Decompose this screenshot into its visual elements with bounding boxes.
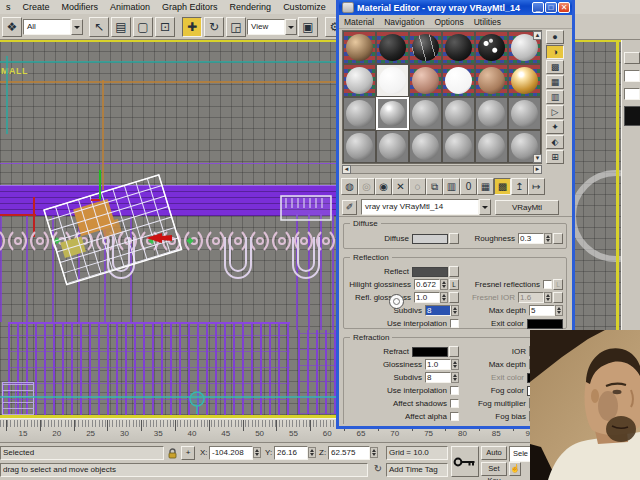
- menu-item[interactable]: Create: [17, 2, 56, 12]
- fresnel-ior-map-button[interactable]: [553, 292, 563, 303]
- reflect-color-swatch[interactable]: [412, 267, 448, 277]
- schematic-view-icon[interactable]: ❖: [2, 17, 22, 37]
- set-key-button[interactable]: Set Key: [481, 462, 507, 476]
- material-slot[interactable]: [409, 97, 442, 130]
- slot-scroll-up[interactable]: ▲: [533, 31, 542, 40]
- select-by-name-icon[interactable]: ▤: [111, 17, 131, 37]
- keyboard-shortcut-toggle[interactable]: ☝: [509, 462, 521, 476]
- menu-item[interactable]: Animation: [104, 2, 156, 12]
- refl-glossiness-map-button[interactable]: [449, 292, 459, 303]
- panel-button-partial[interactable]: [624, 52, 640, 64]
- refl-subdivs-spinner[interactable]: [451, 305, 459, 316]
- y-coord-field[interactable]: 26.16: [274, 446, 308, 460]
- refl-glossiness-field[interactable]: 1.0: [414, 292, 440, 303]
- material-editor-menu-item[interactable]: Navigation: [379, 17, 429, 27]
- refl-subdivs-field[interactable]: 8: [425, 305, 451, 316]
- material-slot[interactable]: [475, 97, 508, 130]
- show-map-viewport-icon[interactable]: ▦: [477, 178, 494, 195]
- dropdown-arrow-icon[interactable]: [479, 199, 491, 215]
- material-slot[interactable]: [409, 64, 442, 97]
- communication-icon[interactable]: ↻: [372, 463, 384, 476]
- show-end-result-icon[interactable]: ▩: [494, 178, 511, 195]
- z-coord-field[interactable]: 62.575: [328, 446, 370, 460]
- material-slot[interactable]: [475, 64, 508, 97]
- hilight-glossiness-spinner[interactable]: [440, 279, 448, 290]
- material-slot[interactable]: [343, 130, 376, 163]
- slot-scrollbar-horizontal[interactable]: [342, 165, 542, 174]
- put-to-library-icon[interactable]: ▥: [443, 178, 460, 195]
- selection-lock-icon[interactable]: [167, 448, 178, 459]
- get-material-icon[interactable]: ◍: [341, 178, 358, 195]
- pick-material-icon[interactable]: ✐: [342, 200, 357, 215]
- fresnel-ior-field[interactable]: 1.6: [518, 292, 544, 303]
- material-map-navigator-icon[interactable]: ⊞: [546, 150, 564, 164]
- refr-use-interpolation-checkbox[interactable]: [450, 386, 459, 395]
- x-coord-field[interactable]: -104.208: [209, 446, 253, 460]
- diffuse-color-swatch[interactable]: [412, 234, 448, 244]
- material-slot[interactable]: [475, 31, 508, 64]
- rectangular-region-icon[interactable]: ▢: [133, 17, 153, 37]
- assign-to-selection-icon[interactable]: ◉: [375, 178, 392, 195]
- slot-scroll-down[interactable]: ▼: [533, 154, 542, 163]
- material-slot[interactable]: [376, 130, 409, 163]
- material-slot[interactable]: [409, 130, 442, 163]
- y-coord-spinner[interactable]: [308, 447, 316, 458]
- material-slot[interactable]: [475, 130, 508, 163]
- auto-key-button[interactable]: Auto Key: [481, 446, 507, 460]
- refr-subdivs-spinner[interactable]: [451, 372, 459, 383]
- fresnel-lock-button[interactable]: L: [553, 279, 563, 290]
- material-editor-menu-item[interactable]: Options: [429, 17, 468, 27]
- roughness-spinner[interactable]: [544, 233, 552, 244]
- roughness-map-button[interactable]: [553, 233, 563, 244]
- material-editor-menu-item[interactable]: Material: [339, 17, 379, 27]
- put-to-scene-icon[interactable]: ◎: [358, 178, 375, 195]
- maximize-button[interactable]: □: [545, 2, 557, 13]
- material-slot[interactable]: [442, 130, 475, 163]
- material-slot[interactable]: [376, 31, 409, 64]
- diffuse-map-button[interactable]: [449, 233, 459, 244]
- slot-scroll-left[interactable]: ◄: [342, 165, 351, 174]
- fresnel-reflections-checkbox[interactable]: [543, 280, 552, 289]
- select-move-icon[interactable]: ✚: [182, 17, 202, 37]
- panel-field-partial[interactable]: [624, 88, 640, 100]
- dropdown-arrow-icon[interactable]: [71, 19, 83, 35]
- window-crossing-icon[interactable]: ⊡: [155, 17, 175, 37]
- make-unique-icon[interactable]: ⧉: [426, 178, 443, 195]
- refract-color-swatch[interactable]: [412, 347, 448, 357]
- material-id-icon[interactable]: 0: [460, 178, 477, 195]
- menu-item[interactable]: Rendering: [224, 2, 278, 12]
- slot-scroll-right[interactable]: ►: [533, 165, 542, 174]
- backlight-icon[interactable]: ◑: [546, 45, 564, 59]
- panel-field-partial[interactable]: [624, 70, 640, 82]
- material-slot[interactable]: [409, 31, 442, 64]
- dropdown-arrow-icon[interactable]: [285, 19, 297, 35]
- sample-type-icon[interactable]: ●: [546, 30, 564, 44]
- menu-item[interactable]: Graph Editors: [156, 2, 224, 12]
- material-slot[interactable]: [376, 64, 409, 97]
- refl-max-depth-spinner[interactable]: [555, 305, 563, 316]
- material-slot[interactable]: [442, 31, 475, 64]
- hilight-lock-button[interactable]: L: [449, 279, 459, 290]
- select-rotate-icon[interactable]: ↻: [204, 17, 224, 37]
- z-coord-spinner[interactable]: [370, 447, 378, 458]
- absolute-offset-toggle[interactable]: +: [181, 446, 195, 460]
- panel-swatch-partial[interactable]: [624, 106, 640, 126]
- select-scale-icon[interactable]: ◲: [226, 17, 246, 37]
- refl-use-interpolation-checkbox[interactable]: [450, 319, 459, 328]
- sample-uv-tiling-icon[interactable]: ▦: [546, 75, 564, 89]
- material-type-button[interactable]: VRayMtl: [495, 200, 559, 215]
- select-by-material-icon[interactable]: ⬖: [546, 135, 564, 149]
- refl-glossiness-spinner[interactable]: [440, 292, 448, 303]
- refl-exit-color-swatch[interactable]: [527, 319, 563, 329]
- menu-item[interactable]: Modifiers: [56, 2, 105, 12]
- background-icon[interactable]: ▩: [546, 60, 564, 74]
- refr-glossiness-field[interactable]: 1.0: [425, 359, 451, 370]
- minimize-button[interactable]: _: [532, 2, 544, 13]
- reference-coordinate-dropdown[interactable]: View: [247, 19, 297, 35]
- refr-glossiness-spinner[interactable]: [451, 359, 459, 370]
- menu-item[interactable]: Customize: [277, 2, 332, 12]
- make-preview-icon[interactable]: ▷: [546, 105, 564, 119]
- material-slot[interactable]: [343, 97, 376, 130]
- video-color-check-icon[interactable]: ▥: [546, 90, 564, 104]
- material-slot[interactable]: [508, 64, 541, 97]
